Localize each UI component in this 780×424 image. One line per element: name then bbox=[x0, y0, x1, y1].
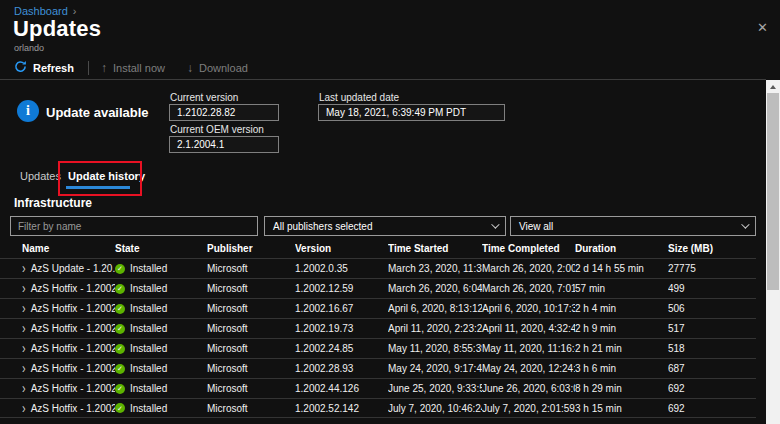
table-row[interactable]: › AzS Hotfix - 1.2002... ✓ Installed Mic… bbox=[0, 338, 756, 358]
expand-chevron-icon[interactable]: › bbox=[22, 341, 26, 355]
publisher-value: Microsoft bbox=[207, 319, 295, 338]
table-row[interactable]: › AzS Hotfix - 1.2002... ✓ Installed Mic… bbox=[0, 378, 756, 398]
version-value: 1.2002.12.59 bbox=[295, 279, 388, 298]
time-started-value: May 11, 2020, 8:55:39... bbox=[388, 339, 482, 358]
duration-value: 3 h 15 min bbox=[575, 399, 668, 417]
state-value: Installed bbox=[130, 299, 167, 318]
column-header-time-started: Time Started bbox=[388, 240, 482, 258]
duration-value: 8 h 29 min bbox=[575, 379, 668, 398]
last-updated-label: Last updated date bbox=[319, 92, 399, 103]
expand-chevron-icon[interactable]: › bbox=[22, 381, 26, 395]
time-started-value: July 7, 2020, 10:46:24 ... bbox=[388, 399, 482, 417]
version-value: 1.2002.44.126 bbox=[295, 379, 388, 398]
installed-check-icon: ✓ bbox=[115, 364, 125, 374]
chevron-down-icon bbox=[741, 220, 749, 228]
installed-check-icon: ✓ bbox=[115, 284, 125, 294]
refresh-icon bbox=[14, 60, 27, 76]
download-label: Download bbox=[199, 62, 248, 74]
view-dropdown[interactable]: View all bbox=[510, 216, 756, 236]
table-row[interactable]: › AzS Hotfix - 1.2002... ✓ Installed Mic… bbox=[0, 358, 756, 378]
state-value: Installed bbox=[130, 319, 167, 338]
close-icon[interactable]: ✕ bbox=[757, 20, 768, 35]
expand-chevron-icon[interactable]: › bbox=[22, 321, 26, 335]
update-available-label: Update available bbox=[46, 105, 149, 120]
update-name: AzS Hotfix - 1.2002... bbox=[31, 339, 115, 358]
tab-update-history[interactable]: Update history bbox=[68, 170, 145, 182]
size-value: 518 bbox=[668, 339, 755, 358]
time-started-value: March 26, 2020, 6:04:... bbox=[388, 279, 482, 298]
current-version-field[interactable]: 1.2102.28.82 bbox=[169, 104, 279, 121]
expand-chevron-icon[interactable]: › bbox=[22, 301, 26, 315]
version-value: 1.2002.24.85 bbox=[295, 339, 388, 358]
filter-by-name-input[interactable] bbox=[10, 216, 258, 236]
time-completed-value: April 6, 2020, 10:17:3... bbox=[482, 299, 575, 318]
oem-version-field[interactable]: 2.1.2004.1 bbox=[169, 136, 279, 153]
time-completed-value: June 26, 2020, 6:03:06... bbox=[482, 379, 575, 398]
duration-value: 57 min bbox=[575, 279, 668, 298]
size-value: 499 bbox=[668, 279, 755, 298]
view-dropdown-value: View all bbox=[519, 221, 553, 232]
tab-updates[interactable]: Updates bbox=[20, 170, 61, 182]
expand-chevron-icon[interactable]: › bbox=[22, 361, 26, 375]
publisher-value: Microsoft bbox=[207, 359, 295, 378]
expand-chevron-icon[interactable]: › bbox=[22, 261, 26, 275]
column-header-duration: Duration bbox=[575, 240, 668, 258]
download-arrow-icon: ↓ bbox=[187, 61, 193, 75]
publisher-value: Microsoft bbox=[207, 339, 295, 358]
version-value: 1.2002.0.35 bbox=[295, 259, 388, 278]
scrollbar-up-arrow-icon[interactable] bbox=[766, 80, 780, 93]
duration-value: 2 d 14 h 55 min bbox=[575, 259, 668, 278]
publisher-value: Microsoft bbox=[207, 399, 295, 417]
installed-check-icon: ✓ bbox=[115, 344, 125, 354]
update-name: AzS Hotfix - 1.2002... bbox=[31, 379, 115, 398]
refresh-button[interactable]: Refresh bbox=[14, 60, 74, 76]
time-started-value: April 11, 2020, 2:23:2... bbox=[388, 319, 482, 338]
size-value: 692 bbox=[668, 399, 755, 417]
last-updated-field[interactable]: May 18, 2021, 6:39:49 PM PDT bbox=[318, 104, 505, 121]
state-value: Installed bbox=[130, 359, 167, 378]
version-value: 1.2002.16.67 bbox=[295, 299, 388, 318]
table-row[interactable]: › AzS Hotfix - 1.2002... ✓ Installed Mic… bbox=[0, 398, 756, 418]
page-title: Updates bbox=[13, 16, 101, 42]
installed-check-icon: ✓ bbox=[115, 324, 125, 334]
table-row[interactable]: › AzS Hotfix - 1.2002... ✓ Installed Mic… bbox=[0, 318, 756, 338]
chevron-down-icon bbox=[491, 220, 499, 228]
installed-check-icon: ✓ bbox=[115, 304, 125, 314]
expand-chevron-icon[interactable]: › bbox=[22, 281, 26, 295]
vertical-scrollbar[interactable] bbox=[766, 80, 780, 424]
state-value: Installed bbox=[130, 379, 167, 398]
time-completed-value: May 24, 2020, 12:24:2... bbox=[482, 359, 575, 378]
table-row[interactable]: › AzS Hotfix - 1.2002... ✓ Installed Mic… bbox=[0, 298, 756, 318]
update-name: AzS Hotfix - 1.2002... bbox=[31, 279, 115, 298]
version-value: 1.2002.28.93 bbox=[295, 359, 388, 378]
state-value: Installed bbox=[130, 339, 167, 358]
version-value: 1.2002.19.73 bbox=[295, 319, 388, 338]
active-tab-underline bbox=[66, 186, 130, 189]
scrollbar-thumb[interactable] bbox=[767, 93, 779, 290]
page-subtitle: orlando bbox=[14, 43, 44, 53]
time-started-value: March 23, 2020, 11:3... bbox=[388, 259, 482, 278]
duration-value: 2 h 4 min bbox=[575, 299, 668, 318]
expand-chevron-icon[interactable]: › bbox=[22, 401, 26, 415]
duration-value: 3 h 6 min bbox=[575, 359, 668, 378]
info-icon: i bbox=[17, 100, 39, 122]
install-now-label: Install now bbox=[113, 62, 165, 74]
size-value: 506 bbox=[668, 299, 755, 318]
update-name: AzS Update - 1.20... bbox=[31, 259, 115, 278]
install-now-button[interactable]: ↑ Install now bbox=[101, 61, 165, 75]
update-name: AzS Hotfix - 1.2002... bbox=[31, 319, 115, 338]
update-history-table: Name State Publisher Version Time Starte… bbox=[0, 240, 756, 418]
publishers-dropdown[interactable]: All publishers selected bbox=[264, 216, 506, 236]
column-header-time-completed: Time Completed bbox=[482, 240, 575, 258]
size-value: 687 bbox=[668, 359, 755, 378]
time-started-value: June 25, 2020, 9:33:5... bbox=[388, 379, 482, 398]
time-completed-value: April 11, 2020, 4:32:4... bbox=[482, 319, 575, 338]
time-completed-value: July 7, 2020, 2:01:59 P... bbox=[482, 399, 575, 417]
installed-check-icon: ✓ bbox=[115, 403, 125, 413]
update-name: AzS Hotfix - 1.2002... bbox=[31, 399, 115, 417]
table-row[interactable]: › AzS Update - 1.20... ✓ Installed Micro… bbox=[0, 258, 756, 278]
column-header-name: Name bbox=[22, 240, 115, 258]
column-header-size: Size (MB) bbox=[668, 240, 755, 258]
table-row[interactable]: › AzS Hotfix - 1.2002... ✓ Installed Mic… bbox=[0, 278, 756, 298]
download-button[interactable]: ↓ Download bbox=[187, 61, 248, 75]
